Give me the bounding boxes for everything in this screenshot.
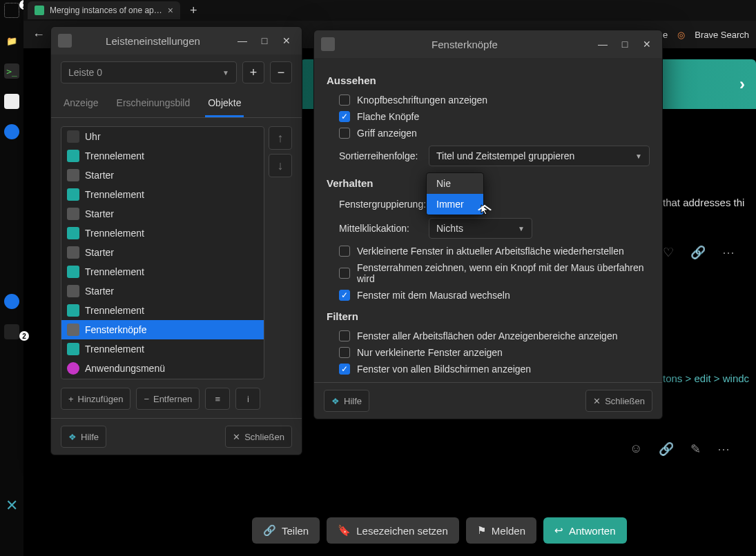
- help-button[interactable]: ❖Hilfe: [61, 426, 106, 448]
- add-item-button[interactable]: + Hinzufügen: [61, 388, 130, 410]
- titlebar[interactable]: Fensterknöpfe — □ ✕: [314, 30, 662, 58]
- xfce-logo-icon[interactable]: ✕: [6, 497, 18, 515]
- middle-click-label: Mittelklickaktion:: [339, 223, 422, 234]
- close-window-button[interactable]: ✕: [278, 32, 295, 49]
- checkbox-show-handle[interactable]: [339, 128, 350, 139]
- checkbox-label: Flache Knöpfe: [357, 111, 419, 122]
- more-icon[interactable]: ⋯: [722, 245, 735, 260]
- item-info-button[interactable]: i: [235, 388, 260, 410]
- panel-item-row[interactable]: Trennelement: [61, 262, 264, 281]
- reply-icon: ↩: [554, 524, 563, 537]
- checkbox-restore-minimized[interactable]: [339, 246, 350, 257]
- move-up-button[interactable]: ↑: [269, 126, 292, 150]
- terminal-icon[interactable]: >_: [4, 63, 19, 79]
- panel-item-label: Fensterknöpfe: [85, 324, 147, 335]
- checkbox-all-monitors[interactable]: ✓: [339, 364, 350, 375]
- panel-item-row[interactable]: Starter: [61, 166, 264, 185]
- panel-item-label: Trennelement: [85, 150, 144, 161]
- launch-icon: [67, 208, 79, 220]
- checkbox-flat-buttons[interactable]: ✓: [339, 111, 350, 122]
- remove-item-button[interactable]: − Entfernen: [136, 388, 200, 410]
- dropdown-option-never[interactable]: Nie: [427, 173, 483, 194]
- window-grouping-dropdown[interactable]: Nie Immer: [426, 172, 484, 215]
- panel-item-row[interactable]: Uhr: [61, 127, 264, 146]
- close-button[interactable]: ✕Schließen: [225, 426, 292, 448]
- chromium-icon[interactable]: [4, 124, 19, 139]
- maximize-button[interactable]: □: [256, 32, 273, 49]
- panel-item-row[interactable]: Trennelement: [61, 224, 264, 243]
- panel-item-row[interactable]: Anwendungsmenü: [61, 359, 264, 378]
- checkbox-label: Nur verkleinerte Fenster anzeigen: [357, 347, 503, 358]
- checkbox-show-labels[interactable]: [339, 95, 350, 106]
- bookmark-button[interactable]: 🔖Lesezeichen setzen: [327, 517, 459, 544]
- panel-item-label: Starter: [85, 247, 114, 258]
- back-button[interactable]: ←: [30, 28, 47, 42]
- new-tab-button[interactable]: +: [190, 3, 197, 18]
- reply-button[interactable]: ↩Antworten: [543, 517, 627, 544]
- browser-tab[interactable]: Merging instances of one ap… ×: [28, 1, 180, 19]
- tab-appearance[interactable]: Erscheinungsbild: [114, 90, 193, 117]
- close-window-button[interactable]: ✕: [639, 36, 655, 52]
- more-icon[interactable]: ⋯: [717, 441, 730, 457]
- close-tab-icon[interactable]: ×: [168, 5, 173, 16]
- checkbox-all-workspaces[interactable]: [339, 330, 350, 341]
- checkbox-minimized-only[interactable]: [339, 347, 350, 358]
- item-menu-button[interactable]: ≡: [205, 388, 230, 410]
- panel-item-row[interactable]: Starter: [61, 243, 264, 262]
- tab-items[interactable]: Objekte: [205, 90, 244, 117]
- brave-shield-icon[interactable]: ◎: [677, 30, 685, 40]
- link-icon[interactable]: 🔗: [690, 245, 706, 260]
- close-button[interactable]: ✕Schließen: [585, 390, 652, 412]
- panel-item-row[interactable]: Starter: [61, 281, 264, 301]
- tab-display[interactable]: Anzeige: [61, 90, 101, 117]
- window-icon: [321, 37, 335, 51]
- add-panel-button[interactable]: +: [242, 61, 264, 83]
- link-icon: 🔗: [263, 524, 276, 537]
- maximize-button[interactable]: □: [617, 36, 633, 52]
- panel-item-row[interactable]: Trennelement: [61, 185, 264, 204]
- move-down-button[interactable]: ↓: [269, 154, 292, 177]
- remove-panel-button[interactable]: −: [270, 61, 292, 83]
- help-button[interactable]: ❖Hilfe: [324, 390, 369, 412]
- heart-icon[interactable]: ♡: [663, 245, 674, 260]
- checkbox-wheel-switch[interactable]: ✓: [339, 290, 350, 301]
- chevron-right-icon[interactable]: ›: [739, 75, 745, 94]
- pencil-icon[interactable]: ✎: [690, 441, 701, 457]
- notes-icon[interactable]: [4, 94, 19, 109]
- panel-select[interactable]: Leiste 0 ▼: [61, 61, 237, 83]
- smile-icon[interactable]: ☺: [630, 441, 642, 457]
- files-icon[interactable]: 📁: [4, 33, 19, 48]
- running-app-icon[interactable]: [4, 324, 19, 339]
- panel-item-row[interactable]: Trennelement: [61, 339, 264, 359]
- dropdown-option-always[interactable]: Immer: [427, 194, 483, 215]
- pref-tabs: Anzeige Erscheinungsbild Objekte: [51, 90, 302, 118]
- checkbox-label: Griff anzeigen: [357, 128, 417, 139]
- panel-item-row[interactable]: Trennelement: [61, 146, 264, 166]
- panel-item-label: Trennelement: [85, 228, 144, 239]
- flag-button[interactable]: ⚑Melden: [466, 517, 536, 544]
- titlebar[interactable]: Leisteneinstellungen — □ ✕: [51, 27, 302, 54]
- panel-item-row[interactable]: Fensterknöpfe: [61, 320, 264, 339]
- sort-order-select[interactable]: Titel und Zeitstempel gruppieren▼: [429, 146, 650, 166]
- close-icon: ✕: [593, 396, 601, 406]
- workspace-indicator[interactable]: [4, 3, 19, 18]
- panel-item-label: Anwendungsmenü: [85, 363, 165, 374]
- panel-items-list[interactable]: UhrTrennelementStarterTrennelementStarte…: [61, 126, 264, 379]
- window-icon: [58, 34, 72, 48]
- help-icon: ❖: [68, 432, 77, 442]
- link-icon[interactable]: 🔗: [659, 441, 674, 457]
- forum-post-text: that addresses thi: [663, 197, 744, 208]
- panel-item-row[interactable]: Trennelement: [61, 301, 264, 320]
- minimize-button[interactable]: —: [234, 32, 251, 49]
- running-app-icon[interactable]: [4, 294, 19, 309]
- window-buttons-prefs-window: Fensterknöpfe — □ ✕ Aussehen Knopfbeschr…: [313, 30, 663, 419]
- minimize-button[interactable]: —: [594, 36, 611, 52]
- share-button[interactable]: 🔗Teilen: [252, 517, 320, 544]
- manjaro-favicon: [35, 6, 44, 15]
- middle-click-select[interactable]: Nichts▼: [429, 218, 532, 239]
- panel-item-row[interactable]: Starter: [61, 204, 264, 224]
- checkbox-draw-frame[interactable]: [339, 268, 350, 279]
- checkbox-label: Fenster aller Arbeitsflächen oder Anzeig…: [357, 330, 617, 341]
- search-engine-label[interactable]: Brave Search: [695, 30, 749, 40]
- desktop-taskbar: 1 📁 >_ 2 ✕: [0, 0, 23, 556]
